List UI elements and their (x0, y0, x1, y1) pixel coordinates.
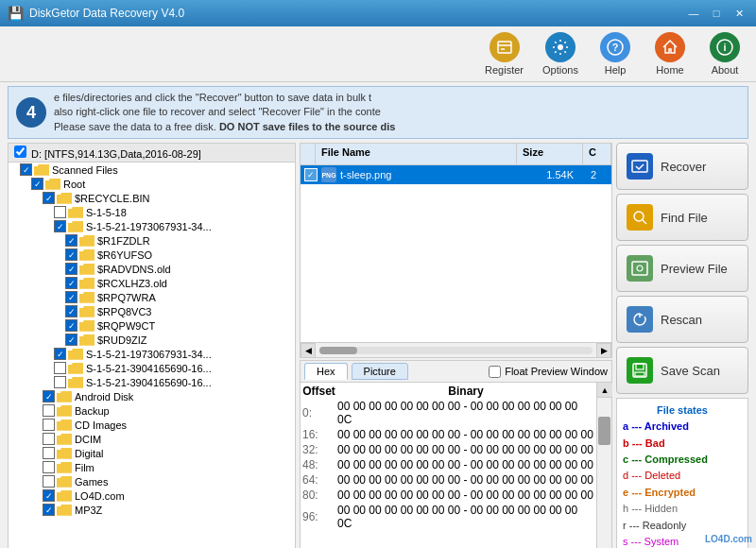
tree-checkbox[interactable] (43, 447, 55, 459)
minimize-button[interactable]: — (684, 6, 703, 21)
tree-item[interactable]: ✓$RPQ7WRA (9, 290, 295, 304)
tree-checkbox[interactable] (54, 376, 66, 388)
tree-item[interactable]: ✓$RPQ8VC3 (9, 304, 295, 318)
tree-checkbox[interactable]: ✓ (54, 348, 66, 360)
tree-item[interactable]: S-1-5-21-3904165690-16... (9, 375, 295, 389)
tree-checkbox[interactable]: ✓ (43, 504, 55, 516)
find-file-button[interactable]: Find File (616, 194, 748, 241)
col-size[interactable]: Size (517, 144, 583, 164)
options-label: Options (542, 64, 578, 76)
tree-checkbox[interactable]: ✓ (65, 334, 77, 346)
tree-checkbox[interactable]: ✓ (65, 319, 77, 332)
tree-item[interactable]: ✓S-1-5-21-1973067931-34... (9, 219, 295, 233)
tree-item[interactable]: Film (9, 460, 295, 474)
preview-file-button[interactable]: Preview File (616, 245, 748, 292)
tree-item[interactable]: ✓$RADVDNS.old (9, 262, 295, 276)
tree-item[interactable]: ✓$RECYCLE.BIN (9, 191, 295, 205)
tree-item[interactable]: ✓$RQPW9CT (9, 318, 295, 333)
tree-item-label: $RPQ8VC3 (97, 306, 151, 317)
tree-item[interactable]: DCIM (9, 432, 295, 446)
tree-checkbox[interactable] (43, 475, 55, 488)
tree-item[interactable]: ✓$RUD9ZIZ (9, 333, 295, 347)
tree-checkbox[interactable] (43, 404, 55, 417)
save-scan-button[interactable]: Save Scan (616, 347, 748, 394)
tree-item[interactable]: S-1-5-21-3904165690-16... (9, 361, 295, 375)
tree-checkbox[interactable]: ✓ (65, 277, 77, 289)
hex-col-offset: Offset (302, 385, 335, 398)
tree-item[interactable]: Games (9, 474, 295, 488)
svg-point-3 (558, 44, 563, 50)
tree-item[interactable]: ✓LO4D.com (9, 488, 295, 503)
tree-item-label: Digital (75, 448, 104, 459)
tree-checkbox[interactable]: ✓ (43, 192, 55, 204)
tree-item[interactable]: ✓S-1-5-21-1973067931-34... (9, 347, 295, 361)
tree-checkbox[interactable] (43, 461, 55, 473)
tree-checkbox[interactable] (54, 206, 66, 218)
tree-item[interactable]: Digital (9, 446, 295, 460)
tree-item[interactable]: ✓Scanned Files (9, 163, 295, 177)
state-item: a --- Archived (623, 420, 742, 434)
close-button[interactable]: ✕ (730, 6, 748, 21)
register-button[interactable]: Register (479, 30, 529, 77)
tree-item-label: $RPQ7WRA (97, 292, 156, 303)
tree-checkbox[interactable]: ✓ (65, 248, 77, 261)
tree-checkbox[interactable] (54, 362, 66, 374)
svg-line-10 (643, 220, 646, 224)
file-list-content[interactable]: ✓ PNG t-sleep.png 1.54K 2 (301, 165, 611, 342)
hex-scroll-up[interactable]: ▲ (597, 383, 612, 398)
tree-checkbox[interactable]: ✓ (65, 305, 77, 317)
maximize-button[interactable]: □ (707, 6, 726, 21)
tree-checkbox[interactable]: ✓ (65, 291, 77, 303)
state-key: h --- Hidden (623, 503, 678, 514)
tree-checkbox[interactable]: ✓ (31, 178, 43, 190)
col-state[interactable]: C (583, 144, 611, 164)
folder-icon (79, 264, 94, 275)
tree-item-label: Root (63, 179, 85, 190)
options-button[interactable]: Options (537, 30, 584, 77)
file-list-panel: File Name Size C ✓ PNG t-sleep.png 1.54K… (300, 143, 612, 358)
tree-checkbox[interactable]: ✓ (54, 220, 66, 232)
tree-item[interactable]: ✓Android Disk (9, 389, 295, 403)
tree-item[interactable]: ✓$R1FZDLR (9, 233, 295, 248)
hex-data: 00 00 00 00 00 00 00 00 - 00 00 00 00 00… (337, 488, 594, 502)
about-button[interactable]: i About (701, 30, 748, 77)
home-button[interactable]: Home (646, 30, 694, 77)
tree-checkbox[interactable]: ✓ (65, 234, 77, 247)
tree-item[interactable]: S-1-5-18 (9, 205, 295, 219)
tree-checkbox[interactable] (43, 433, 55, 445)
tree-checkbox[interactable]: ✓ (43, 390, 55, 402)
tree-item[interactable]: ✓$R6YUFSO (9, 248, 295, 262)
recover-button[interactable]: Recover (616, 143, 748, 190)
help-button[interactable]: ? Help (592, 30, 639, 77)
file-tree-content[interactable]: ✓Scanned Files✓Root✓$RECYCLE.BINS-1-5-18… (9, 163, 295, 548)
tab-picture[interactable]: Picture (352, 363, 408, 380)
file-scroll-horizontal[interactable]: ◀ ▶ (301, 342, 611, 357)
tree-checkbox[interactable]: ✓ (65, 263, 77, 275)
tab-hex[interactable]: Hex (304, 363, 348, 380)
tree-checkbox[interactable]: ✓ (43, 489, 55, 502)
file-scroll-right[interactable]: ▶ (596, 343, 611, 358)
rescan-button[interactable]: Rescan (616, 296, 748, 343)
tree-item[interactable]: ✓Root (9, 177, 295, 191)
drive-label: D: [NTFS,914.13G,Data,2016-08-29] (12, 148, 201, 160)
float-preview-checkbox[interactable] (489, 366, 501, 378)
file-scroll-left[interactable]: ◀ (301, 343, 316, 358)
tree-item[interactable]: Backup (9, 403, 295, 418)
file-scroll-track[interactable] (319, 347, 593, 354)
hex-panel: Hex Picture Float Preview Window Offset (300, 360, 612, 548)
file-row[interactable]: ✓ PNG t-sleep.png 1.54K 2 (301, 165, 611, 184)
file-tree-panel: D: [NTFS,914.13G,Data,2016-08-29] ✓Scann… (8, 143, 296, 548)
col-filename[interactable]: File Name (316, 144, 517, 164)
hex-row: 0:00 00 00 00 00 00 00 00 - 00 00 00 00 … (302, 400, 594, 426)
tree-item-label: $RCXLHZ3.old (97, 278, 167, 289)
tree-checkbox[interactable] (43, 419, 55, 431)
tree-item[interactable]: CD Images (9, 418, 295, 432)
state-key: r --- Readonly (623, 520, 686, 531)
tree-item[interactable]: ✓MP3Z (9, 503, 295, 517)
hex-scrollbar[interactable]: ▲ ▼ (596, 383, 611, 548)
recover-label: Recover (661, 160, 706, 174)
root-checkbox[interactable] (14, 146, 26, 158)
folder-icon (68, 363, 83, 374)
tree-item[interactable]: ✓$RCXLHZ3.old (9, 276, 295, 290)
tree-checkbox[interactable]: ✓ (20, 163, 32, 176)
